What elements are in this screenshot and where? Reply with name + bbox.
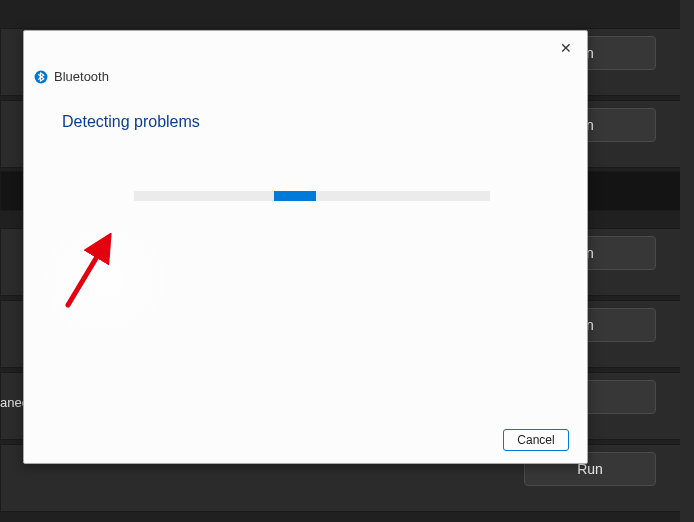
bluetooth-icon: [34, 70, 48, 84]
dialog-heading: Detecting problems: [62, 113, 200, 131]
troubleshooter-dialog: ✕ Bluetooth Detecting problems Cancel: [23, 30, 588, 464]
close-button[interactable]: ✕: [557, 39, 575, 57]
dialog-title: Bluetooth: [54, 69, 109, 84]
dialog-title-row: Bluetooth: [34, 69, 109, 84]
side-strip: [680, 0, 694, 522]
progress-bar: [134, 191, 490, 201]
progress-fill: [274, 191, 316, 201]
cancel-button[interactable]: Cancel: [503, 429, 569, 451]
cancel-button-label: Cancel: [517, 433, 554, 447]
close-icon: ✕: [560, 40, 572, 56]
